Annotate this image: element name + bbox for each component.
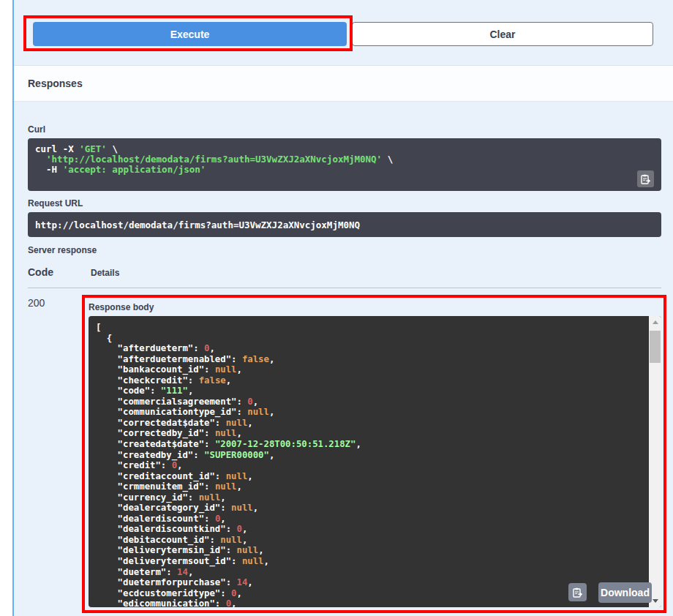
response-body-block: [ { "afterdueterm": 0, "afterduetermenab… bbox=[89, 316, 661, 607]
curl-command-text: curl -X 'GET' \ 'http://localhost/demoda… bbox=[35, 144, 654, 175]
responses-section-header: Responses bbox=[14, 65, 673, 102]
scrollbar-thumb[interactable] bbox=[650, 331, 661, 363]
response-scrollbar[interactable] bbox=[649, 316, 661, 607]
clear-button[interactable]: Clear bbox=[352, 22, 653, 46]
clipboard-copy-icon bbox=[641, 174, 650, 184]
response-body-label: Response body bbox=[89, 302, 154, 312]
request-url-label: Request URL bbox=[28, 198, 83, 209]
response-copy-button[interactable] bbox=[568, 583, 587, 601]
swagger-operation-panel: Execute Clear Responses Curl curl -X 'GE… bbox=[0, 0, 673, 616]
request-url-block: http://localhost/demodata/firms?auth=U3V… bbox=[28, 212, 661, 237]
table-header-divider bbox=[28, 288, 661, 288]
curl-copy-button[interactable] bbox=[637, 170, 654, 187]
arrow-up-icon bbox=[653, 320, 658, 324]
scrollbar-up-button[interactable] bbox=[649, 316, 661, 328]
curl-label: Curl bbox=[28, 124, 45, 135]
arrow-down-icon bbox=[653, 599, 658, 603]
details-column-header: Details bbox=[91, 268, 119, 278]
server-response-label: Server response bbox=[28, 245, 97, 255]
response-json-code: [ { "afterdueterm": 0, "afterduetermenab… bbox=[96, 322, 642, 607]
download-button[interactable]: Download bbox=[598, 582, 652, 603]
code-column-header: Code bbox=[28, 266, 53, 278]
responses-title: Responses bbox=[28, 78, 83, 89]
execute-button[interactable]: Execute bbox=[33, 22, 347, 46]
clipboard-copy-icon bbox=[573, 587, 582, 598]
status-code: 200 bbox=[28, 297, 45, 309]
curl-code-block: curl -X 'GET' \ 'http://localhost/demoda… bbox=[28, 138, 661, 191]
request-url-value: http://localhost/demodata/firms?auth=U3V… bbox=[35, 219, 360, 230]
